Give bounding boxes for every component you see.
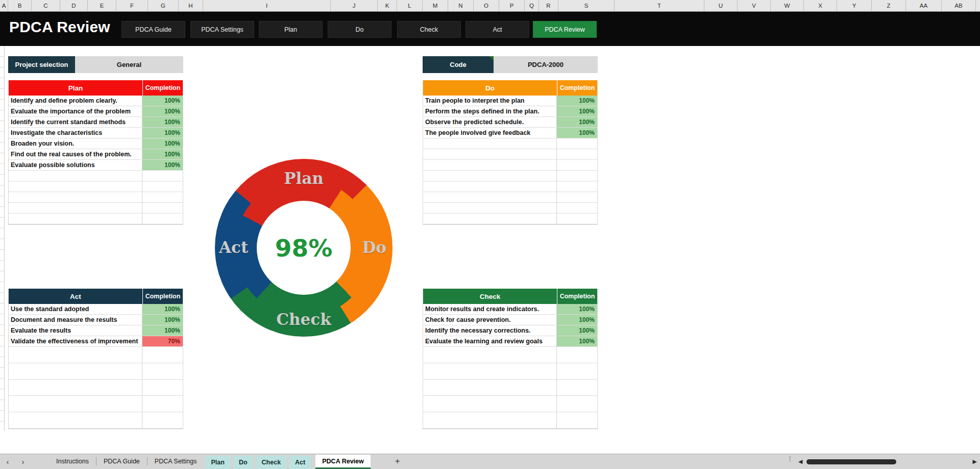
- scroll-right-icon[interactable]: ▶: [973, 458, 977, 465]
- task-cell[interactable]: Identify the necessary corrections.: [423, 325, 557, 336]
- task-cell[interactable]: Document and measure the results: [9, 315, 142, 325]
- column-header-f[interactable]: F: [116, 0, 148, 11]
- sheet-tab-plan[interactable]: Plan: [205, 456, 230, 469]
- task-cell[interactable]: Evaluate the importance of the problem: [9, 106, 142, 116]
- sheet-tab-pdca-guide[interactable]: PDCA Guide: [96, 454, 147, 469]
- completion-cell[interactable]: 100%: [557, 128, 597, 138]
- column-header-ab[interactable]: AB: [942, 0, 976, 11]
- nav-button-act[interactable]: Act: [465, 21, 529, 38]
- column-header-a[interactable]: A: [0, 0, 8, 11]
- completion-cell[interactable]: 100%: [142, 117, 183, 127]
- splitter-handle-icon[interactable]: ⋮: [787, 458, 793, 460]
- completion-cell[interactable]: 100%: [142, 106, 183, 116]
- task-cell[interactable]: [423, 380, 557, 395]
- completion-cell[interactable]: 100%: [142, 138, 183, 149]
- task-cell[interactable]: Monitor results and create indicators.: [423, 304, 557, 314]
- completion-cell[interactable]: [142, 214, 183, 224]
- task-cell[interactable]: [9, 171, 142, 181]
- completion-cell[interactable]: [557, 214, 597, 224]
- nav-button-do[interactable]: Do: [328, 21, 391, 38]
- project-selector-value[interactable]: General: [75, 56, 183, 73]
- column-header-h[interactable]: H: [179, 0, 203, 11]
- completion-cell[interactable]: [557, 160, 597, 170]
- task-cell[interactable]: Observe the predicted schedule.: [423, 117, 557, 127]
- completion-cell[interactable]: [142, 380, 183, 395]
- sheet-tab-check[interactable]: Check: [256, 456, 287, 469]
- sheet-tab-pdca-review[interactable]: PDCA Review: [315, 455, 371, 469]
- completion-cell[interactable]: 100%: [142, 149, 183, 159]
- nav-button-check[interactable]: Check: [397, 21, 461, 38]
- horizontal-scrollbar-thumb[interactable]: [806, 459, 896, 464]
- task-cell[interactable]: [423, 171, 557, 181]
- column-header-e[interactable]: E: [88, 0, 116, 11]
- column-header-u[interactable]: U: [704, 0, 738, 11]
- completion-cell[interactable]: [142, 363, 183, 379]
- sheet-nav-right-icon[interactable]: ›: [18, 454, 28, 469]
- completion-cell[interactable]: 70%: [142, 336, 183, 346]
- task-cell[interactable]: [423, 149, 557, 159]
- task-cell[interactable]: Find out the real causes of the problem.: [9, 149, 142, 159]
- completion-cell[interactable]: [142, 396, 183, 412]
- task-cell[interactable]: Identify and define problem clearly.: [9, 96, 142, 106]
- task-cell[interactable]: Identify the current standard methods: [9, 117, 142, 127]
- completion-cell[interactable]: [142, 192, 183, 202]
- sheet-tab-do[interactable]: Do: [233, 456, 253, 469]
- completion-cell[interactable]: 100%: [557, 315, 597, 325]
- column-header-c[interactable]: C: [32, 0, 60, 11]
- completion-cell[interactable]: 100%: [142, 304, 183, 314]
- column-header-j[interactable]: J: [331, 0, 378, 11]
- completion-cell[interactable]: 100%: [557, 117, 597, 127]
- completion-cell[interactable]: [557, 171, 597, 181]
- column-header-x[interactable]: X: [804, 0, 837, 11]
- sheet-tab-act[interactable]: Act: [289, 456, 311, 469]
- completion-cell[interactable]: [557, 138, 597, 149]
- add-sheet-button[interactable]: +: [391, 454, 404, 469]
- column-header-w[interactable]: W: [771, 0, 804, 11]
- task-cell[interactable]: [423, 203, 557, 213]
- column-header-k[interactable]: K: [378, 0, 397, 11]
- completion-cell[interactable]: [142, 203, 183, 213]
- column-header-t[interactable]: T: [615, 0, 704, 11]
- task-cell[interactable]: [9, 192, 142, 202]
- sheet-nav-left-icon[interactable]: ‹: [3, 454, 12, 469]
- task-cell[interactable]: Investigate the characteristics: [9, 128, 142, 138]
- task-cell[interactable]: Validate the effectiveness of improvemen…: [9, 336, 142, 346]
- completion-cell[interactable]: [557, 192, 597, 202]
- task-cell[interactable]: [9, 363, 142, 379]
- task-cell[interactable]: The people involved give feedback: [423, 128, 557, 138]
- scroll-left-icon[interactable]: ◀: [798, 458, 802, 465]
- column-header-y[interactable]: Y: [837, 0, 872, 11]
- completion-cell[interactable]: 100%: [557, 304, 597, 314]
- task-cell[interactable]: [9, 203, 142, 213]
- task-cell[interactable]: [423, 192, 557, 202]
- column-header-aa[interactable]: AA: [906, 0, 942, 11]
- nav-button-pdca-settings[interactable]: PDCA Settings: [190, 21, 254, 38]
- completion-cell[interactable]: 100%: [142, 315, 183, 325]
- task-cell[interactable]: Evaluate possible solutions: [9, 160, 142, 170]
- task-cell[interactable]: [423, 412, 557, 428]
- task-cell[interactable]: [423, 214, 557, 224]
- task-cell[interactable]: [423, 181, 557, 192]
- column-header-i[interactable]: I: [203, 0, 331, 11]
- completion-cell[interactable]: [557, 380, 597, 395]
- nav-button-pdca-guide[interactable]: PDCA Guide: [121, 21, 185, 38]
- column-header-r[interactable]: R: [539, 0, 558, 11]
- task-cell[interactable]: [9, 214, 142, 224]
- task-cell[interactable]: Broaden your vision.: [9, 138, 142, 149]
- task-cell[interactable]: Evaluate the learning and review goals: [423, 336, 557, 346]
- column-header-l[interactable]: L: [397, 0, 423, 11]
- completion-cell[interactable]: [142, 347, 183, 363]
- task-cell[interactable]: Evaluate the results: [9, 325, 142, 336]
- column-header-z[interactable]: Z: [872, 0, 906, 11]
- completion-cell[interactable]: 100%: [142, 128, 183, 138]
- completion-cell[interactable]: [557, 149, 597, 159]
- task-cell[interactable]: [9, 347, 142, 363]
- completion-cell[interactable]: 100%: [557, 106, 597, 116]
- nav-button-pdca-review[interactable]: PDCA Review: [533, 21, 597, 38]
- code-selector-value[interactable]: PDCA-2000: [494, 56, 598, 73]
- task-cell[interactable]: Check for cause prevention.: [423, 315, 557, 325]
- completion-cell[interactable]: [557, 363, 597, 379]
- task-cell[interactable]: Perform the steps defined in the plan.: [423, 106, 557, 116]
- task-cell[interactable]: [9, 181, 142, 192]
- column-header-p[interactable]: P: [499, 0, 525, 11]
